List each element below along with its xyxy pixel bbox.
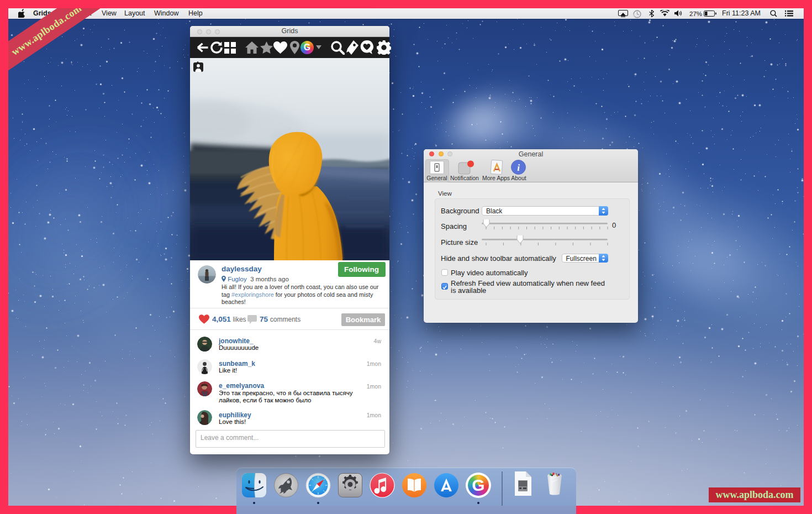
svg-text:i: i <box>517 162 520 173</box>
